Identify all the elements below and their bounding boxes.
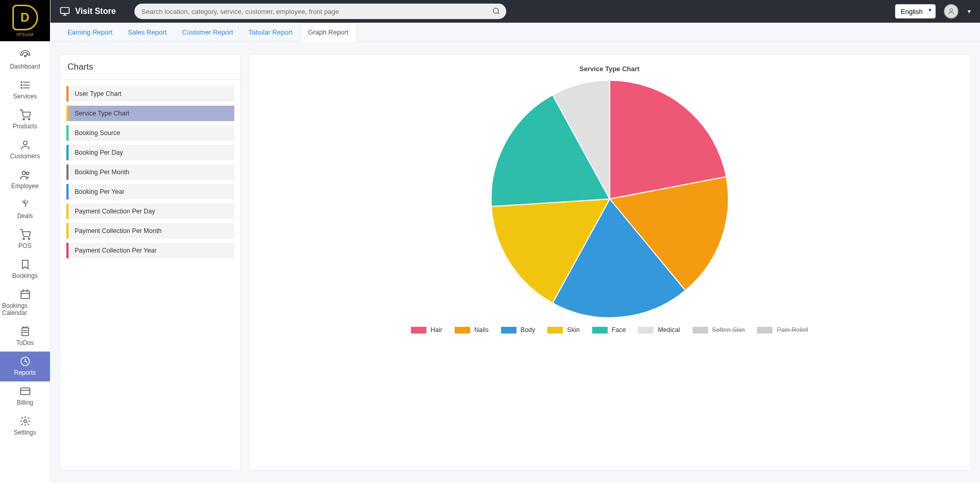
chart-option[interactable]: Payment Collection Per Year: [66, 243, 234, 258]
chart-option[interactable]: Booking Per Year: [66, 184, 234, 199]
chart-option[interactable]: Payment Collection Per Month: [66, 223, 234, 239]
language-select[interactable]: English: [895, 4, 936, 19]
sidebar-item-label: Customers: [10, 153, 40, 160]
legend-swatch: [638, 327, 654, 334]
search-icon: [492, 7, 500, 16]
chart-option[interactable]: Booking Per Day: [66, 145, 234, 160]
legend-item[interactable]: Pain Relief: [757, 326, 807, 334]
sidebar-item-settings[interactable]: Settings: [0, 411, 50, 441]
avatar[interactable]: [944, 4, 958, 19]
visit-store-link[interactable]: Visit Store: [60, 6, 116, 16]
sidebar-item-customers[interactable]: Customers: [0, 135, 50, 165]
sidebar-item-label: ToDos: [16, 339, 33, 346]
sidebar-item-label: Dashboard: [10, 63, 40, 70]
sidebar-item-label: Bookings: [12, 272, 38, 279]
sidebar: D IPSUM DashboardServicesProductsCustome…: [0, 0, 50, 483]
chart-option[interactable]: Booking Source: [66, 125, 234, 141]
svg-rect-28: [20, 388, 29, 395]
legend-swatch: [757, 327, 772, 334]
cart-icon: [20, 229, 31, 240]
sidebar-item-todos[interactable]: ToDos: [0, 322, 50, 352]
legend-swatch: [547, 327, 563, 334]
svg-point-14: [28, 238, 29, 240]
sidebar-item-services[interactable]: Services: [0, 75, 50, 105]
svg-rect-15: [21, 291, 29, 299]
chart-legend: HairNailsBodySkinFaceMedicalSoften SkinP…: [411, 326, 808, 334]
legend-swatch: [693, 327, 708, 334]
sidebar-item-pos[interactable]: POS: [0, 225, 50, 255]
sidebar-item-deals[interactable]: Deals: [0, 195, 50, 225]
svg-rect-31: [61, 8, 70, 14]
chevron-down-icon[interactable]: ▾: [968, 8, 971, 15]
svg-rect-19: [22, 328, 28, 336]
search-input[interactable]: [134, 4, 507, 19]
calendar-icon: [20, 289, 31, 300]
topbar: Visit Store English ▾: [50, 0, 980, 23]
legend-label: Nails: [474, 326, 489, 334]
svg-point-9: [28, 119, 29, 120]
tab-graph-report[interactable]: Graph Report: [300, 23, 356, 42]
charts-panel: Charts User Type ChartService Type Chart…: [60, 54, 241, 471]
chart-option[interactable]: Booking Per Month: [66, 164, 234, 180]
gear-icon: [20, 415, 31, 427]
svg-point-10: [23, 141, 27, 145]
sidebar-item-reports[interactable]: Reports: [0, 352, 50, 381]
legend-label: Pain Relief: [777, 326, 807, 334]
pie-chart: [489, 78, 731, 320]
sidebar-item-label: Bookings Calendar: [2, 302, 48, 317]
chart-panel: Service Type Chart HairNailsBodySkinFace…: [248, 54, 971, 471]
sidebar-item-bookings-calendar[interactable]: Bookings Calendar: [0, 285, 50, 322]
legend-item[interactable]: Body: [501, 326, 536, 334]
svg-point-5: [21, 82, 22, 83]
language-select-wrap: English: [895, 4, 936, 19]
legend-item[interactable]: Medical: [638, 326, 680, 334]
sidebar-item-employee[interactable]: Employee: [0, 165, 50, 195]
users-icon: [20, 169, 31, 180]
tab-earning-report[interactable]: Earning Report: [60, 23, 120, 42]
tab-customer-report[interactable]: Customer Report: [175, 23, 241, 42]
legend-item[interactable]: Nails: [455, 326, 489, 334]
chart-option[interactable]: Payment Collection Per Day: [66, 204, 234, 219]
svg-point-12: [26, 172, 29, 175]
legend-swatch: [501, 327, 517, 334]
tab-tabular-report[interactable]: Tabular Report: [241, 23, 300, 42]
svg-point-6: [21, 85, 22, 86]
notepad-icon: [20, 326, 31, 337]
list-icon: [20, 79, 31, 91]
legend-item[interactable]: Soften Skin: [693, 326, 745, 334]
clock-icon: [20, 356, 31, 367]
svg-line-35: [498, 12, 500, 14]
svg-point-8: [23, 119, 24, 120]
sidebar-item-label: Settings: [14, 429, 36, 436]
monitor-icon: [60, 6, 70, 16]
legend-label: Medical: [658, 326, 680, 334]
chart-option[interactable]: User Type Chart: [66, 86, 234, 102]
sidebar-item-dashboard[interactable]: Dashboard: [0, 45, 50, 75]
sidebar-item-products[interactable]: Products: [0, 105, 50, 135]
svg-point-13: [23, 238, 24, 240]
legend-item[interactable]: Hair: [411, 326, 442, 334]
legend-label: Body: [521, 326, 536, 334]
cart-icon: [20, 109, 31, 121]
sidebar-item-label: Deals: [17, 212, 33, 220]
svg-point-36: [950, 9, 952, 11]
legend-label: Skin: [567, 326, 579, 334]
legend-swatch: [455, 327, 470, 334]
svg-point-7: [21, 88, 22, 89]
svg-point-34: [493, 8, 498, 13]
sidebar-item-label: Employee: [11, 182, 39, 190]
tab-sales-report[interactable]: Sales Report: [120, 23, 174, 42]
svg-point-30: [24, 420, 27, 423]
legend-item[interactable]: Skin: [547, 326, 579, 334]
tag-icon: [20, 199, 31, 210]
chart-title: Service Type Chart: [579, 65, 640, 73]
sidebar-item-bookings[interactable]: Bookings: [0, 255, 50, 285]
sidebar-item-label: Services: [13, 93, 37, 100]
sidebar-item-billing[interactable]: Billing: [0, 381, 50, 411]
sidebar-item-label: Reports: [14, 369, 36, 376]
chart-option[interactable]: Service Type Chart: [66, 106, 234, 121]
legend-item[interactable]: Face: [592, 326, 626, 334]
report-tabs: Earning ReportSales ReportCustomer Repor…: [50, 23, 980, 42]
legend-swatch: [411, 327, 426, 334]
svg-point-11: [22, 171, 25, 174]
